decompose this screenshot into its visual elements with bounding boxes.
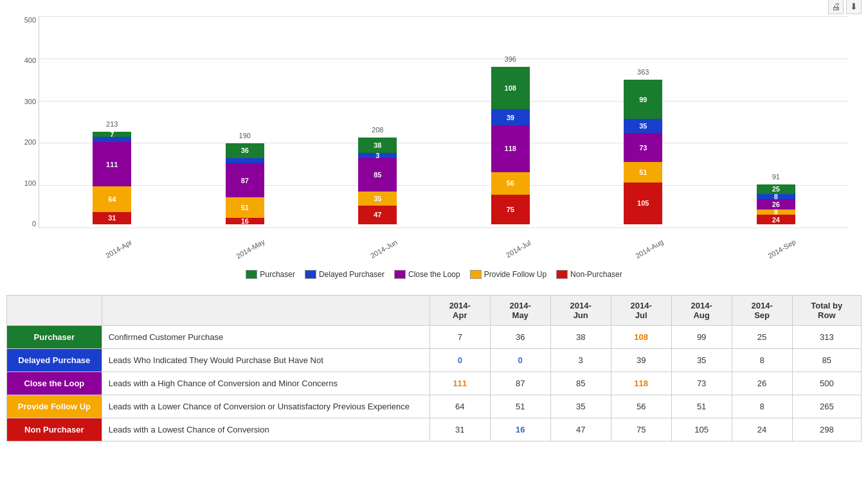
- bars-wrapper: 213316411172014-Apr190165187362014-May20…: [39, 16, 849, 228]
- table-col-header: [7, 296, 102, 326]
- total-cell: 500: [792, 372, 861, 395]
- legend-item: Close the Loop: [394, 270, 460, 279]
- bar-segment-delayed_purchaser: [226, 158, 264, 163]
- value-cell: 64: [429, 395, 490, 418]
- legend-color-box: [394, 270, 406, 279]
- description-cell: Leads with a Lowest Chance of Conversion: [102, 418, 429, 442]
- table-row: Provide Follow UpLeads with a Lower Chan…: [7, 395, 862, 418]
- category-cell: Close the Loop: [7, 372, 102, 395]
- value-cell: 87: [490, 372, 550, 395]
- table-col-header: 2014-Jun: [550, 296, 611, 326]
- bar-group: 2084735853382014-Jun: [358, 138, 397, 228]
- value-cell: 0: [429, 349, 490, 372]
- total-cell: 313: [792, 326, 861, 349]
- chart-container: 5004003002001000 213316411172014-Apr1901…: [6, 10, 862, 289]
- y-axis-value: 0: [10, 220, 36, 228]
- bar-segment-close_loop: 118: [491, 125, 530, 172]
- legend-color-box: [246, 270, 257, 279]
- table-col-header: Total byRow: [792, 296, 861, 326]
- y-axis-value: 200: [10, 138, 36, 146]
- grid-line: [39, 228, 849, 228]
- value-cell: 51: [671, 395, 732, 418]
- bar-segment-purchaser: 99: [624, 80, 662, 119]
- bar-segment-provide_followup: 35: [358, 192, 397, 206]
- value-cell: 7: [429, 326, 490, 349]
- bar-segment-close_loop: 85: [358, 158, 397, 192]
- table-row: Non PurchaserLeads with a Lowest Chance …: [7, 418, 862, 442]
- value-cell: 108: [611, 326, 671, 349]
- value-cell: 99: [671, 326, 732, 349]
- value-cell: 73: [671, 372, 732, 395]
- value-cell: 3: [550, 349, 611, 372]
- category-cell: Provide Follow Up: [7, 395, 102, 418]
- value-cell: 85: [550, 372, 611, 395]
- y-axis-value: 300: [10, 98, 36, 105]
- bar-segment-non_purchaser: 47: [358, 206, 397, 224]
- bar-total-label: 208: [358, 126, 397, 134]
- bar-x-label: 2014-Jul: [504, 238, 532, 258]
- legend-label: Purchaser: [260, 270, 295, 279]
- value-cell: 0: [490, 349, 550, 372]
- bar-segment-delayed_purchaser: 35: [624, 119, 662, 133]
- description-cell: Leads Who Indicated They Would Purchase …: [102, 349, 429, 372]
- bar-segment-close_loop: 87: [226, 163, 264, 198]
- category-cell: Delayed Purchase: [7, 349, 102, 372]
- value-cell: 26: [732, 372, 792, 395]
- legend-item: Purchaser: [246, 270, 295, 279]
- value-cell: 35: [550, 395, 611, 418]
- value-cell: 35: [671, 349, 732, 372]
- value-cell: 16: [490, 418, 550, 442]
- description-cell: Confirmed Customer Purchase: [102, 326, 429, 349]
- value-cell: 25: [732, 326, 792, 349]
- bar-segment-non_purchaser: 31: [93, 212, 131, 224]
- bar-group: 3967556118391082014-Jul: [491, 67, 530, 228]
- bar-group: 213316411172014-Apr: [93, 132, 131, 228]
- bar-stack: 396755611839108: [491, 67, 530, 225]
- legend-label: Provide Follow Up: [484, 270, 547, 279]
- y-labels: 5004003002001000: [10, 16, 36, 228]
- table-col-header: 2014-Aug: [671, 296, 732, 326]
- bar-group: 91248268252014-Sep: [757, 184, 795, 228]
- data-table: 2014-Apr2014-May2014-Jun2014-Jul2014-Aug…: [6, 295, 862, 442]
- bar-stack: 208473585338: [358, 138, 397, 224]
- bar-stack: 19016518736: [226, 143, 264, 224]
- bar-segment-purchaser: 36: [226, 143, 264, 157]
- bar-x-label: 2014-Sep: [766, 238, 797, 260]
- value-cell: 36: [490, 326, 550, 349]
- total-cell: 85: [792, 349, 861, 372]
- value-cell: 24: [732, 418, 792, 442]
- bar-segment-delayed_purchaser: [93, 137, 131, 142]
- table-row: Delayed PurchaseLeads Who Indicated They…: [7, 349, 862, 372]
- table-col-header: 2014-May: [490, 296, 550, 326]
- chart-area: 5004003002001000 213316411172014-Apr1901…: [6, 10, 862, 267]
- bar-segment-non_purchaser: 16: [226, 218, 264, 224]
- legend-item: Non-Purchaser: [556, 270, 622, 279]
- value-cell: 51: [490, 395, 550, 418]
- bar-x-label: 2014-Aug: [634, 238, 664, 260]
- bar-x-label: 2014-May: [235, 238, 266, 260]
- total-cell: 265: [792, 395, 861, 418]
- table-row: Close the LoopLeads with a High Chance o…: [7, 372, 862, 395]
- bar-x-label: 2014-Apr: [104, 238, 133, 260]
- legend-label: Close the Loop: [408, 270, 460, 279]
- page-wrapper: 🖨 ⬇ 5004003002001000 213316411172014-Apr…: [0, 0, 868, 448]
- table-row: PurchaserConfirmed Customer Purchase7363…: [7, 326, 862, 349]
- table-col-header: [102, 296, 429, 326]
- bar-segment-provide_followup: 64: [93, 186, 131, 212]
- category-cell: Non Purchaser: [7, 418, 102, 442]
- bar-segment-close_loop: 73: [624, 133, 662, 162]
- bar-segment-provide_followup: 8: [757, 210, 795, 215]
- bar-segment-purchaser: 7: [93, 132, 131, 137]
- y-axis-value: 100: [10, 179, 36, 187]
- description-cell: Leads with a Lower Chance of Conversion …: [102, 395, 429, 418]
- category-cell: Purchaser: [7, 326, 102, 349]
- value-cell: 105: [671, 418, 732, 442]
- bar-segment-delayed_purchaser: 39: [491, 109, 530, 125]
- chart-inner: 5004003002001000 213316411172014-Apr1901…: [39, 16, 849, 228]
- legend-label: Non-Purchaser: [570, 270, 622, 279]
- bar-total-label: 190: [226, 132, 264, 139]
- bar-stack: 36310551733599: [624, 80, 662, 224]
- value-cell: 111: [429, 372, 490, 395]
- bar-segment-non_purchaser: 75: [491, 195, 530, 225]
- bar-segment-provide_followup: 51: [226, 197, 264, 218]
